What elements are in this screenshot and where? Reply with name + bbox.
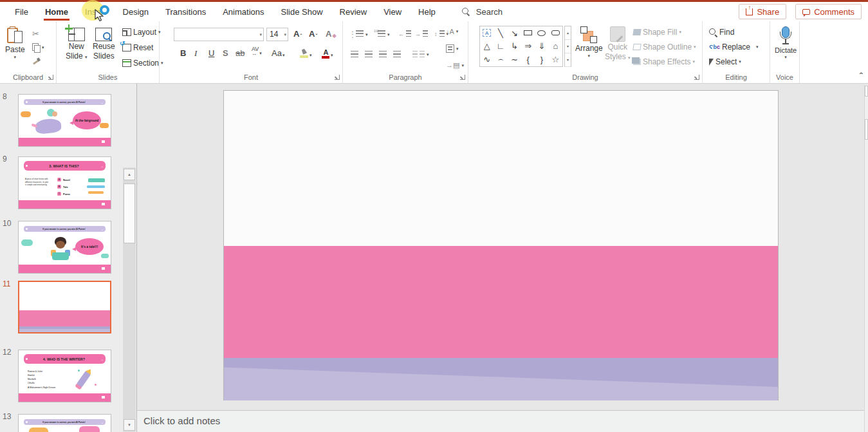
select-button[interactable]: Select▾ (709, 57, 741, 66)
bullets-button[interactable]: ▾ (352, 30, 368, 39)
text-direction-button[interactable]: ↓A▾ (446, 28, 458, 35)
shape-plaque-icon[interactable]: ⌂ (553, 41, 558, 51)
menu-animations[interactable]: Animations (214, 2, 272, 21)
font-size-input[interactable] (270, 30, 279, 39)
menu-file[interactable]: File (6, 2, 37, 21)
clipboard-dialog-launcher-icon[interactable] (48, 75, 53, 80)
new-slide-button[interactable]: New Slide ▾ (66, 28, 88, 61)
slide-thumbnail-10[interactable]: If your answer is correct, you win 20 Po… (18, 221, 111, 274)
align-right-button[interactable] (379, 51, 387, 58)
italic-button[interactable]: I (194, 48, 197, 59)
editor-scrollbar[interactable] (864, 85, 868, 432)
shape-oval-icon[interactable] (537, 30, 546, 36)
increase-indent-button[interactable]: → (415, 30, 428, 37)
editor-scroll-up[interactable] (865, 86, 868, 97)
copy-button[interactable]: ▾ (32, 43, 44, 52)
menu-slideshow[interactable]: Slide Show (272, 2, 331, 21)
slide-thumbnail-12[interactable]: 4. WHO IS THE WRITER?→ Romeo & Juliet Ha… (18, 350, 111, 402)
menu-design[interactable]: Design (115, 2, 157, 21)
shape-arrow-line-icon[interactable]: ↘ (511, 28, 518, 38)
gallery-up-icon[interactable]: ▴ (565, 26, 571, 40)
shape-curve-icon[interactable]: ∼ (511, 55, 518, 64)
slide-thumbnail-13[interactable]: If your answer is correct, you win 40 Po… (18, 414, 111, 432)
menu-transitions[interactable]: Transitions (157, 2, 214, 21)
shadow-button[interactable]: S (223, 48, 228, 58)
slide-thumbnail-8[interactable]: If your answer is correct, you win 20 Po… (18, 94, 111, 147)
editor-scrollbar-thumb[interactable] (865, 119, 868, 140)
shape-rounded-rectangle-icon[interactable] (551, 30, 560, 35)
shrink-font-button[interactable]: Aˇ (309, 29, 317, 39)
bold-button[interactable]: B (180, 48, 186, 58)
drawing-dialog-launcher-icon[interactable] (694, 75, 699, 80)
clear-formatting-button[interactable]: A◆ (326, 29, 337, 39)
collapse-ribbon-icon[interactable]: ⌃ (858, 71, 864, 78)
shape-outline-button[interactable]: Shape Outline▾ (633, 42, 696, 52)
shape-textbox-icon[interactable]: A (483, 29, 491, 37)
shape-triangle-icon[interactable]: △ (484, 41, 490, 51)
shape-elbow-arrow-icon[interactable]: ↳ (511, 41, 518, 51)
menu-view[interactable]: View (375, 2, 410, 21)
paragraph-dialog-launcher-icon[interactable] (460, 75, 465, 80)
shape-rectangle-icon[interactable] (524, 30, 532, 35)
font-name-input[interactable] (177, 30, 254, 39)
text-highlight-button[interactable]: ▾ (300, 48, 312, 58)
font-dialog-launcher-icon[interactable] (335, 75, 340, 80)
reset-button[interactable]: Reset (122, 43, 153, 52)
quick-styles-button[interactable]: Quick Styles ▾ (605, 26, 631, 61)
font-size-combo[interactable]: ▾ (266, 28, 288, 41)
character-spacing-button[interactable]: AV↔▾ (252, 47, 262, 56)
convert-smartart-button[interactable]: →▤▾ (446, 61, 464, 70)
numbering-button[interactable]: ▾ (374, 30, 390, 39)
menu-insert[interactable]: Insert (77, 2, 115, 21)
columns-button[interactable]: ▾ (412, 51, 429, 58)
grow-font-button[interactable]: Aˆ (293, 29, 302, 39)
replace-button[interactable]: ϚbcReplace▾ (709, 42, 759, 52)
justify-button[interactable] (393, 51, 401, 58)
dictate-button[interactable]: Dictate ▾ (775, 26, 797, 60)
menu-review[interactable]: Review (331, 2, 376, 21)
gallery-more-icon[interactable]: ▾ (565, 53, 571, 67)
font-name-combo[interactable]: ▾ (174, 28, 264, 41)
decrease-indent-button[interactable]: ← (398, 30, 411, 37)
font-color-button[interactable]: A▾ (322, 48, 333, 58)
shape-down-arrow-icon[interactable]: ⇓ (539, 41, 546, 51)
shape-fill-button[interactable]: Shape Fill▾ (633, 28, 681, 37)
slide-purple-band[interactable] (224, 358, 778, 400)
paste-dropdown-icon[interactable]: ▾ (14, 55, 17, 60)
shape-effects-button[interactable]: Shape Effects▾ (633, 57, 695, 66)
shape-star-icon[interactable]: ☆ (552, 55, 560, 64)
shape-elbow-icon[interactable]: ∟ (497, 41, 505, 51)
format-painter-button[interactable] (32, 57, 41, 65)
slide-thumbnail-11-selected[interactable] (18, 281, 111, 333)
menu-home[interactable]: Home (37, 2, 77, 21)
underline-button[interactable]: U (208, 48, 214, 58)
strikethrough-button[interactable]: ab (235, 48, 245, 58)
shape-line-icon[interactable]: ╲ (498, 28, 503, 38)
cut-button[interactable]: ✂ (32, 29, 39, 39)
comments-button[interactable]: Comments (795, 4, 862, 19)
slide-canvas[interactable] (223, 90, 779, 400)
share-button[interactable]: Share (739, 4, 786, 19)
scroll-down-icon[interactable]: ▼ (124, 419, 135, 431)
slide-thumbnail-9[interactable]: 3. WHAT IS THIS?→ A piece of short ficti… (18, 156, 111, 209)
menu-help[interactable]: Help (410, 2, 444, 21)
shape-left-brace-icon[interactable]: { (526, 55, 529, 64)
gallery-down-icon[interactable]: ▾ (565, 40, 571, 53)
shape-right-arrow-icon[interactable]: ⇒ (524, 41, 531, 51)
align-left-button[interactable] (351, 51, 358, 58)
align-center-button[interactable] (365, 51, 373, 58)
shape-arc-icon[interactable]: ⌢ (498, 54, 504, 64)
slide-pink-band[interactable] (224, 246, 778, 358)
arrange-button[interactable]: Arrange ▾ (575, 26, 603, 59)
align-text-button[interactable]: ▾ (446, 44, 459, 53)
notes-pane[interactable]: Click to add notes (137, 411, 868, 432)
reuse-slides-button[interactable]: Reuse Slides (93, 28, 115, 61)
notes-placeholder[interactable]: Click to add notes (143, 415, 220, 426)
shape-right-brace-icon[interactable]: } (540, 55, 543, 64)
paste-button[interactable]: Paste ▾ (5, 26, 25, 60)
find-button[interactable]: Find (709, 28, 734, 37)
section-button[interactable]: Section▾ (122, 59, 163, 68)
scroll-up-icon[interactable]: ▲ (124, 169, 135, 180)
shape-scribble-icon[interactable]: ∿ (483, 55, 490, 64)
thumbnail-scrollbar[interactable]: ▲ ▼ (123, 167, 136, 432)
